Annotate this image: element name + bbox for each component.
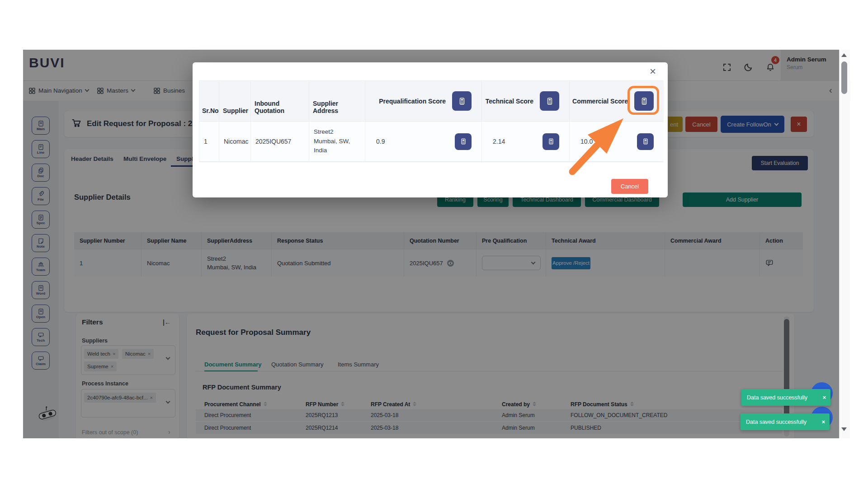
toast-success: Data saved successfully×: [741, 389, 830, 406]
highlight-ring-annotation: [627, 86, 659, 115]
technical-row-calculator-button[interactable]: [542, 133, 559, 150]
cell-inbound-quotation: 2025IQU657: [250, 121, 309, 162]
column-header-prequalification: Prequalification Score: [365, 81, 481, 121]
scrollbar-down-arrow[interactable]: [841, 427, 847, 431]
toast-close-icon[interactable]: ×: [822, 419, 825, 425]
cell-sr-no: 1: [199, 121, 219, 162]
column-header-technical: Technical Score: [481, 81, 569, 121]
column-header: Inbound Quotation: [250, 81, 309, 121]
cell-supplier: Nicomac: [219, 121, 250, 162]
modal-cancel-button[interactable]: Cancel: [611, 179, 648, 194]
cell-technical-score: 2.14: [481, 121, 569, 162]
page-scrollbar[interactable]: [839, 50, 850, 438]
column-header: Sr.No: [199, 81, 219, 121]
toast-close-icon[interactable]: ×: [823, 394, 826, 401]
prequalification-calculator-button[interactable]: [452, 91, 472, 111]
prequalification-row-calculator-button[interactable]: [455, 133, 472, 150]
column-header: Supplier Address: [309, 81, 365, 121]
technical-calculator-button[interactable]: [540, 91, 559, 111]
pointer-arrow-annotation: [564, 114, 632, 177]
modal-close-icon[interactable]: ×: [650, 66, 656, 77]
scrollbar-thumb[interactable]: [841, 61, 847, 94]
commercial-row-calculator-button[interactable]: [637, 133, 654, 150]
cell-prequalification-score: 0.9: [365, 121, 481, 162]
scrollbar-up-arrow[interactable]: [841, 53, 847, 57]
column-header: Supplier: [219, 81, 250, 121]
toast-success: Data saved successfully×: [741, 413, 830, 430]
cell-supplier-address: Street2Mumbai, SW, India: [309, 121, 365, 162]
